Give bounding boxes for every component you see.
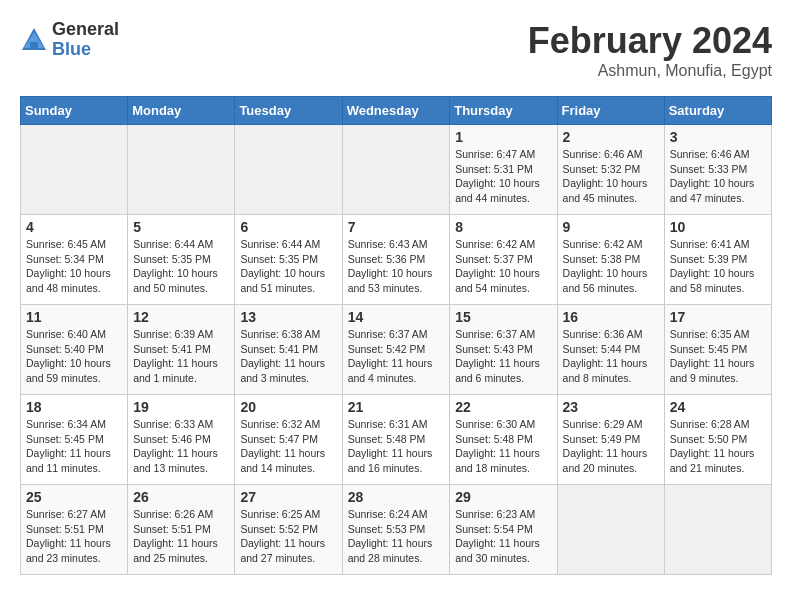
svg-rect-2	[30, 42, 38, 48]
day-number: 6	[240, 219, 336, 235]
day-number: 21	[348, 399, 445, 415]
calendar-cell: 9Sunrise: 6:42 AMSunset: 5:38 PMDaylight…	[557, 215, 664, 305]
day-info: Sunrise: 6:26 AMSunset: 5:51 PMDaylight:…	[133, 507, 229, 566]
calendar-cell: 18Sunrise: 6:34 AMSunset: 5:45 PMDayligh…	[21, 395, 128, 485]
day-number: 8	[455, 219, 551, 235]
calendar-cell: 10Sunrise: 6:41 AMSunset: 5:39 PMDayligh…	[664, 215, 771, 305]
calendar-table: SundayMondayTuesdayWednesdayThursdayFrid…	[20, 96, 772, 575]
calendar-cell: 8Sunrise: 6:42 AMSunset: 5:37 PMDaylight…	[450, 215, 557, 305]
calendar-cell: 13Sunrise: 6:38 AMSunset: 5:41 PMDayligh…	[235, 305, 342, 395]
calendar-cell: 27Sunrise: 6:25 AMSunset: 5:52 PMDayligh…	[235, 485, 342, 575]
logo-icon	[20, 26, 48, 54]
sub-title: Ashmun, Monufia, Egypt	[528, 62, 772, 80]
day-info: Sunrise: 6:33 AMSunset: 5:46 PMDaylight:…	[133, 417, 229, 476]
calendar-cell: 26Sunrise: 6:26 AMSunset: 5:51 PMDayligh…	[128, 485, 235, 575]
day-number: 7	[348, 219, 445, 235]
main-title: February 2024	[528, 20, 772, 62]
day-number: 26	[133, 489, 229, 505]
calendar-cell: 19Sunrise: 6:33 AMSunset: 5:46 PMDayligh…	[128, 395, 235, 485]
day-info: Sunrise: 6:35 AMSunset: 5:45 PMDaylight:…	[670, 327, 766, 386]
day-info: Sunrise: 6:24 AMSunset: 5:53 PMDaylight:…	[348, 507, 445, 566]
day-number: 25	[26, 489, 122, 505]
day-info: Sunrise: 6:23 AMSunset: 5:54 PMDaylight:…	[455, 507, 551, 566]
calendar-cell	[128, 125, 235, 215]
day-number: 24	[670, 399, 766, 415]
day-number: 15	[455, 309, 551, 325]
calendar-cell: 1Sunrise: 6:47 AMSunset: 5:31 PMDaylight…	[450, 125, 557, 215]
logo: General Blue	[20, 20, 119, 60]
header-cell-friday: Friday	[557, 97, 664, 125]
calendar-cell: 12Sunrise: 6:39 AMSunset: 5:41 PMDayligh…	[128, 305, 235, 395]
day-number: 9	[563, 219, 659, 235]
calendar-cell: 16Sunrise: 6:36 AMSunset: 5:44 PMDayligh…	[557, 305, 664, 395]
calendar-cell: 4Sunrise: 6:45 AMSunset: 5:34 PMDaylight…	[21, 215, 128, 305]
header-cell-monday: Monday	[128, 97, 235, 125]
calendar-cell: 6Sunrise: 6:44 AMSunset: 5:35 PMDaylight…	[235, 215, 342, 305]
day-number: 13	[240, 309, 336, 325]
calendar-cell: 25Sunrise: 6:27 AMSunset: 5:51 PMDayligh…	[21, 485, 128, 575]
calendar-cell: 28Sunrise: 6:24 AMSunset: 5:53 PMDayligh…	[342, 485, 450, 575]
day-info: Sunrise: 6:40 AMSunset: 5:40 PMDaylight:…	[26, 327, 122, 386]
calendar-cell	[557, 485, 664, 575]
calendar-cell	[342, 125, 450, 215]
calendar-cell: 11Sunrise: 6:40 AMSunset: 5:40 PMDayligh…	[21, 305, 128, 395]
day-info: Sunrise: 6:44 AMSunset: 5:35 PMDaylight:…	[240, 237, 336, 296]
day-number: 5	[133, 219, 229, 235]
calendar-week-3: 11Sunrise: 6:40 AMSunset: 5:40 PMDayligh…	[21, 305, 772, 395]
logo-blue: Blue	[52, 40, 119, 60]
day-number: 27	[240, 489, 336, 505]
calendar-cell: 20Sunrise: 6:32 AMSunset: 5:47 PMDayligh…	[235, 395, 342, 485]
calendar-cell: 23Sunrise: 6:29 AMSunset: 5:49 PMDayligh…	[557, 395, 664, 485]
day-number: 28	[348, 489, 445, 505]
calendar-cell: 29Sunrise: 6:23 AMSunset: 5:54 PMDayligh…	[450, 485, 557, 575]
calendar-cell: 17Sunrise: 6:35 AMSunset: 5:45 PMDayligh…	[664, 305, 771, 395]
day-number: 17	[670, 309, 766, 325]
calendar-header: SundayMondayTuesdayWednesdayThursdayFrid…	[21, 97, 772, 125]
day-info: Sunrise: 6:38 AMSunset: 5:41 PMDaylight:…	[240, 327, 336, 386]
day-info: Sunrise: 6:41 AMSunset: 5:39 PMDaylight:…	[670, 237, 766, 296]
calendar-cell: 7Sunrise: 6:43 AMSunset: 5:36 PMDaylight…	[342, 215, 450, 305]
header-cell-thursday: Thursday	[450, 97, 557, 125]
day-info: Sunrise: 6:36 AMSunset: 5:44 PMDaylight:…	[563, 327, 659, 386]
day-info: Sunrise: 6:47 AMSunset: 5:31 PMDaylight:…	[455, 147, 551, 206]
page-header: General Blue February 2024 Ashmun, Monuf…	[20, 20, 772, 80]
day-number: 22	[455, 399, 551, 415]
calendar-cell: 21Sunrise: 6:31 AMSunset: 5:48 PMDayligh…	[342, 395, 450, 485]
calendar-cell: 15Sunrise: 6:37 AMSunset: 5:43 PMDayligh…	[450, 305, 557, 395]
day-info: Sunrise: 6:25 AMSunset: 5:52 PMDaylight:…	[240, 507, 336, 566]
title-block: February 2024 Ashmun, Monufia, Egypt	[528, 20, 772, 80]
logo-general: General	[52, 20, 119, 40]
day-info: Sunrise: 6:27 AMSunset: 5:51 PMDaylight:…	[26, 507, 122, 566]
day-number: 19	[133, 399, 229, 415]
day-info: Sunrise: 6:45 AMSunset: 5:34 PMDaylight:…	[26, 237, 122, 296]
calendar-week-2: 4Sunrise: 6:45 AMSunset: 5:34 PMDaylight…	[21, 215, 772, 305]
day-number: 4	[26, 219, 122, 235]
calendar-cell	[21, 125, 128, 215]
day-number: 1	[455, 129, 551, 145]
calendar-cell: 14Sunrise: 6:37 AMSunset: 5:42 PMDayligh…	[342, 305, 450, 395]
day-info: Sunrise: 6:42 AMSunset: 5:38 PMDaylight:…	[563, 237, 659, 296]
logo-text: General Blue	[52, 20, 119, 60]
calendar-cell: 22Sunrise: 6:30 AMSunset: 5:48 PMDayligh…	[450, 395, 557, 485]
calendar-body: 1Sunrise: 6:47 AMSunset: 5:31 PMDaylight…	[21, 125, 772, 575]
day-info: Sunrise: 6:39 AMSunset: 5:41 PMDaylight:…	[133, 327, 229, 386]
day-info: Sunrise: 6:34 AMSunset: 5:45 PMDaylight:…	[26, 417, 122, 476]
day-number: 23	[563, 399, 659, 415]
calendar-cell: 5Sunrise: 6:44 AMSunset: 5:35 PMDaylight…	[128, 215, 235, 305]
day-info: Sunrise: 6:46 AMSunset: 5:33 PMDaylight:…	[670, 147, 766, 206]
day-info: Sunrise: 6:28 AMSunset: 5:50 PMDaylight:…	[670, 417, 766, 476]
day-info: Sunrise: 6:32 AMSunset: 5:47 PMDaylight:…	[240, 417, 336, 476]
calendar-cell: 3Sunrise: 6:46 AMSunset: 5:33 PMDaylight…	[664, 125, 771, 215]
header-cell-tuesday: Tuesday	[235, 97, 342, 125]
day-info: Sunrise: 6:46 AMSunset: 5:32 PMDaylight:…	[563, 147, 659, 206]
day-info: Sunrise: 6:43 AMSunset: 5:36 PMDaylight:…	[348, 237, 445, 296]
header-cell-wednesday: Wednesday	[342, 97, 450, 125]
calendar-week-4: 18Sunrise: 6:34 AMSunset: 5:45 PMDayligh…	[21, 395, 772, 485]
day-number: 11	[26, 309, 122, 325]
day-info: Sunrise: 6:44 AMSunset: 5:35 PMDaylight:…	[133, 237, 229, 296]
day-number: 3	[670, 129, 766, 145]
header-cell-sunday: Sunday	[21, 97, 128, 125]
header-cell-saturday: Saturday	[664, 97, 771, 125]
calendar-week-1: 1Sunrise: 6:47 AMSunset: 5:31 PMDaylight…	[21, 125, 772, 215]
day-info: Sunrise: 6:37 AMSunset: 5:43 PMDaylight:…	[455, 327, 551, 386]
